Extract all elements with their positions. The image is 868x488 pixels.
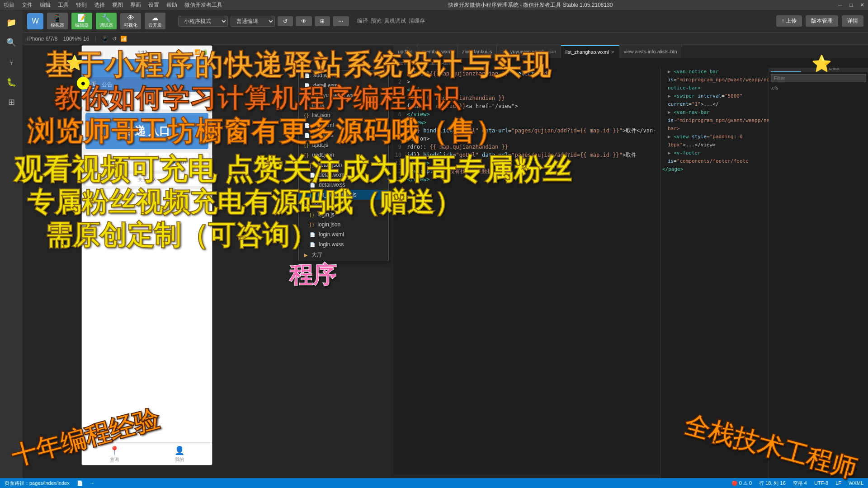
tab-updtjs[interactable]: updt.js (393, 45, 417, 58)
menu-item-project[interactable]: 项目 (4, 1, 14, 9)
btn-preview-eye[interactable]: 👁 (296, 16, 312, 26)
btn-refresh[interactable]: ↺ (278, 16, 293, 26)
sidebar-extensions[interactable]: ⊞ (3, 94, 19, 110)
wifi-icon[interactable]: 📶 (120, 36, 127, 42)
dropdown-loginwxml[interactable]: 📄 login.wxml (299, 230, 388, 239)
tabs-bar: updt.js member.wxml zixunfankui.js list_… (393, 45, 868, 58)
footer-mine[interactable]: 👤 我的 (175, 446, 184, 463)
sidebar-git[interactable]: ⑂ (3, 54, 19, 70)
tab-zixunfankuijs[interactable]: zixunfankui.js (458, 45, 497, 58)
btn-cloud[interactable]: ☁ 云开发 (145, 13, 165, 29)
btn-debugger[interactable]: 🔧 调试器 (96, 13, 117, 29)
line-number: 3 (393, 86, 407, 94)
btn-editor[interactable]: 📝 编辑器 (71, 13, 92, 29)
window-minimize[interactable]: ─ (838, 2, 842, 8)
menu-item-select[interactable]: 选择 (94, 1, 105, 9)
dropdown-login-folder[interactable]: ▼ login (299, 200, 388, 210)
menu-bar: 项目 文件 编辑 工具 转到 选择 视图 界面 设置 帮助 微信开发者工具 快速… (0, 0, 868, 10)
btn-visible[interactable]: 👁 可视化 (120, 13, 141, 29)
status-file-icon[interactable]: 📄 (77, 480, 83, 486)
dom-footer[interactable]: ▶ <v-footer is="components/footer/foote (662, 149, 767, 165)
dropdown-detailjson[interactable]: { } detail.json (299, 160, 388, 170)
dropdown-datang-folder[interactable]: ▶ 大厅 (299, 249, 388, 261)
line-number: 4 (393, 94, 407, 102)
btn-qr[interactable]: ⊞ (315, 16, 330, 26)
dropdown-listyuyueren-wxss[interactable]: 📄 list_yuyueren.wxss (299, 90, 388, 100)
line-number: 12 (393, 167, 407, 175)
dropdown-loginjs[interactable]: { } login.js (299, 210, 388, 220)
tab-memberwxml[interactable]: member.wxml (417, 45, 458, 58)
phone-menu-item-1[interactable]: 📦 寄件 (85, 153, 145, 170)
line-number: 8 (393, 127, 407, 143)
menu-item-file[interactable]: 文件 (22, 1, 33, 9)
dropdown-add-wxml[interactable]: 📄 add.wxml (299, 70, 388, 80)
sidebar-file-explorer[interactable]: 📁 (3, 14, 19, 31)
menu-item-wechat-dev[interactable]: 微信开发者工具 (184, 1, 222, 9)
cls-label: .cls (769, 84, 868, 91)
code-line-5: 5 { ua: {{ map.id }}<a href="/view"> (393, 102, 660, 110)
dropdown-detailwxss[interactable]: 📄 detail.wxss (299, 180, 388, 190)
btn-simulator[interactable]: 📱 模拟器 (47, 13, 68, 29)
code-content: id}} bindclick="goUrl" data-url="pages/q… (407, 127, 660, 143)
js-icon: { } (304, 103, 308, 108)
folder-icon2: ▶ (304, 253, 308, 258)
menu-item-view[interactable]: 视图 (112, 1, 123, 9)
code-line-9: 9 rdro:: {{ map.qujianzhandian }} (393, 143, 660, 151)
menu-item-goto[interactable]: 转到 (76, 1, 87, 9)
dom-navbar[interactable]: ▶ <van-nav-bar is="miniprogram_npm/@vant… (662, 108, 767, 133)
dropdown-listjs[interactable]: { } list.js (299, 100, 388, 110)
btn-more[interactable]: ⋯ (333, 16, 349, 26)
rotate-icon[interactable]: ↺ (112, 36, 117, 42)
phone-menu-item-2[interactable]: 📬 取件 (149, 153, 208, 170)
dropdown-detailwxml[interactable]: 📄 detail.wxml (299, 170, 388, 180)
phone-content: 欢迎使用... 速递 入口 📦 寄件 📬 取件 关于XXX (82, 92, 212, 189)
dom-page-close[interactable]: </page> (662, 165, 767, 174)
mode-select[interactable]: 小程序模式 (178, 16, 228, 27)
sidebar-debug[interactable]: 🐛 (3, 74, 19, 90)
window-maximize[interactable]: □ (849, 2, 853, 8)
dom-notice-bar-close[interactable]: notice-bar> (662, 84, 767, 92)
dom-notice-bar[interactable]: ▶ <van-notice-bar is="miniprogram_npm/@v… (662, 68, 767, 84)
phone-status-bar: ••• 1:13 📶 🔋 (82, 46, 212, 59)
code-editor[interactable]: 1 value="{{ map.qujianzhandian }}" selec… (393, 68, 660, 474)
dom-swiper[interactable]: ▶ <swiper interval="5000" current="1">..… (662, 92, 767, 108)
styles-filter[interactable] (771, 74, 866, 82)
phone-tab-main[interactable]: 主页 (85, 80, 96, 89)
menu-item-edit[interactable]: 编辑 (40, 1, 51, 9)
dom-inspector[interactable]: <<page>> ▶ <van-notice-bar is="miniprogr… (660, 58, 769, 478)
compile-select[interactable]: 普通编译 (231, 16, 275, 27)
dropdown-loginwxss[interactable]: 📄 login.wxss (299, 239, 388, 249)
code-line-7: 7 <view> (393, 118, 660, 127)
device-bar: iPhone 6/7/8 100%% 16 | 📱 ↺ 📶 (23, 33, 868, 45)
menu-item-settings[interactable]: 设置 (148, 1, 159, 9)
tab-viewalists[interactable]: view.alists-info.alists-btn (619, 45, 682, 58)
dropdown-updtjson[interactable]: { } updt.json (299, 150, 388, 160)
dropdown-listjson[interactable]: { } list.json (299, 110, 388, 120)
status-more[interactable]: ··· (90, 480, 94, 486)
phone-icon[interactable]: 📱 (102, 36, 108, 42)
wxml-icon3: 📄 (304, 123, 310, 128)
tab-listzhanghao[interactable]: list_zhanghao.wxml ✕ (561, 45, 619, 58)
dropdown-updtjs[interactable]: { } updt.js (299, 140, 388, 150)
footer-query[interactable]: 📍 查询 (109, 446, 119, 463)
dropdown-loginjson[interactable]: { } login.json (299, 220, 388, 230)
tab-listyuyuerenwxml[interactable]: list_yuyueren.wxml ...jjian (497, 45, 561, 58)
btn-version[interactable]: 版本管理 (806, 15, 838, 27)
close-tab-icon[interactable]: ✕ (611, 50, 614, 55)
btn-upload[interactable]: ↑ 上传 (776, 15, 802, 27)
dom-view[interactable]: ▶ <view style="padding: 0 10px">...</vie… (662, 133, 767, 149)
btn-details[interactable]: 详情 (842, 15, 863, 27)
menu-item-tools[interactable]: 工具 (58, 1, 69, 9)
sidebar-search[interactable]: 🔍 (3, 34, 19, 51)
dropdown-listwxss[interactable]: 📄 list.wxss (299, 130, 388, 140)
dropdown-listzhanghaojs[interactable]: { } list_zhanghao.js (299, 190, 388, 200)
device-icons: 📱 ↺ 📶 (102, 36, 127, 42)
menu-item-interface[interactable]: 界面 (130, 1, 141, 9)
window-close[interactable]: ✕ (860, 2, 864, 8)
status-bar: 页面路径：pages/index/index 📄 ··· 🔴 0 ⚠ 0 行 1… (0, 478, 868, 488)
dropdown-listwxml[interactable]: 📄 list.wxml (299, 120, 388, 130)
menu-item-help[interactable]: 帮助 (166, 1, 177, 9)
code-line-6: 6 </view> (393, 110, 660, 118)
phone-tab-notice[interactable]: 公告 (102, 81, 113, 89)
dropdown-detail-wxss[interactable]: 📄 detail.wxss (299, 80, 388, 90)
